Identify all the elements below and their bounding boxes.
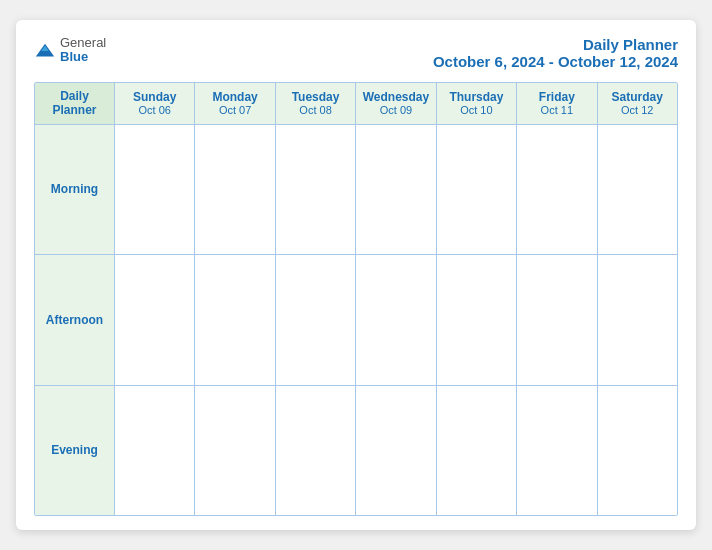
header-label-daily: Daily <box>60 89 89 103</box>
header-sunday: Sunday Oct 06 <box>115 83 195 124</box>
logo-general: General <box>60 36 106 50</box>
morning-friday[interactable] <box>517 125 597 254</box>
planner-date-range: October 6, 2024 - October 12, 2024 <box>433 53 678 70</box>
header-date-oct11: Oct 11 <box>541 104 573 116</box>
evening-label: Evening <box>51 443 98 457</box>
morning-wednesday[interactable] <box>356 125 436 254</box>
evening-monday[interactable] <box>195 386 275 515</box>
logo-text: General Blue <box>60 36 106 65</box>
header-date-oct06: Oct 06 <box>139 104 171 116</box>
header-date-oct10: Oct 10 <box>460 104 492 116</box>
afternoon-row: Afternoon <box>35 255 677 385</box>
header-date-oct08: Oct 08 <box>299 104 331 116</box>
header-wednesday: Wednesday Oct 09 <box>356 83 436 124</box>
morning-row: Morning <box>35 125 677 255</box>
morning-label-cell: Morning <box>35 125 115 254</box>
morning-label: Morning <box>51 182 98 196</box>
afternoon-label: Afternoon <box>46 313 103 327</box>
header-date-oct07: Oct 07 <box>219 104 251 116</box>
afternoon-wednesday[interactable] <box>356 255 436 384</box>
header-date-oct12: Oct 12 <box>621 104 653 116</box>
logo-area: General Blue <box>34 36 106 65</box>
header-saturday: Saturday Oct 12 <box>598 83 677 124</box>
afternoon-tuesday[interactable] <box>276 255 356 384</box>
header-thursday: Thursday Oct 10 <box>437 83 517 124</box>
header-day-sunday: Sunday <box>133 90 176 104</box>
planner-container: General Blue Daily Planner October 6, 20… <box>16 20 696 530</box>
evening-sunday[interactable] <box>115 386 195 515</box>
evening-saturday[interactable] <box>598 386 677 515</box>
evening-friday[interactable] <box>517 386 597 515</box>
grid-header-row: Daily Planner Sunday Oct 06 Monday Oct 0… <box>35 83 677 125</box>
evening-thursday[interactable] <box>437 386 517 515</box>
morning-thursday[interactable] <box>437 125 517 254</box>
planner-grid: Daily Planner Sunday Oct 06 Monday Oct 0… <box>34 82 678 516</box>
header-tuesday: Tuesday Oct 08 <box>276 83 356 124</box>
morning-saturday[interactable] <box>598 125 677 254</box>
planner-title: Daily Planner <box>433 36 678 53</box>
header-day-saturday: Saturday <box>612 90 663 104</box>
afternoon-thursday[interactable] <box>437 255 517 384</box>
title-area: Daily Planner October 6, 2024 - October … <box>433 36 678 70</box>
afternoon-label-cell: Afternoon <box>35 255 115 384</box>
header-day-friday: Friday <box>539 90 575 104</box>
afternoon-friday[interactable] <box>517 255 597 384</box>
header-friday: Friday Oct 11 <box>517 83 597 124</box>
general-blue-icon <box>34 40 56 62</box>
header-day-wednesday: Wednesday <box>363 90 429 104</box>
header-date-oct09: Oct 09 <box>380 104 412 116</box>
evening-label-cell: Evening <box>35 386 115 515</box>
header-label-cell: Daily Planner <box>35 83 115 124</box>
afternoon-saturday[interactable] <box>598 255 677 384</box>
header-day-thursday: Thursday <box>449 90 503 104</box>
grid-body: Morning Afternoon <box>35 125 677 515</box>
afternoon-monday[interactable] <box>195 255 275 384</box>
morning-monday[interactable] <box>195 125 275 254</box>
logo-blue: Blue <box>60 50 106 64</box>
morning-sunday[interactable] <box>115 125 195 254</box>
header: General Blue Daily Planner October 6, 20… <box>34 36 678 70</box>
header-day-monday: Monday <box>212 90 257 104</box>
evening-row: Evening <box>35 386 677 515</box>
header-label-planner: Planner <box>52 103 96 117</box>
evening-tuesday[interactable] <box>276 386 356 515</box>
morning-tuesday[interactable] <box>276 125 356 254</box>
evening-wednesday[interactable] <box>356 386 436 515</box>
header-monday: Monday Oct 07 <box>195 83 275 124</box>
afternoon-sunday[interactable] <box>115 255 195 384</box>
header-day-tuesday: Tuesday <box>292 90 340 104</box>
